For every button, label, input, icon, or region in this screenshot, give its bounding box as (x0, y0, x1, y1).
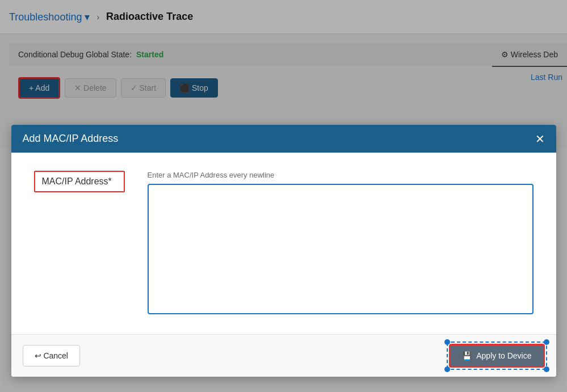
add-mac-ip-modal: Add MAC/IP Address ✕ MAC/IP Address* Ent… (11, 125, 556, 377)
save-icon: 💾 (462, 351, 472, 360)
dot-br (544, 366, 549, 372)
apply-button-wrapper: 💾 Apply to Device (449, 344, 544, 368)
modal-title: Add MAC/IP Address (23, 133, 119, 145)
field-hint: Enter a MAC/IP Address every newline (148, 171, 534, 179)
mac-ip-label: MAC/IP Address* (42, 176, 112, 186)
dot-bl (444, 366, 450, 372)
dot-tr (544, 339, 549, 345)
apply-button-label: Apply to Device (476, 351, 531, 360)
field-label-wrapper: MAC/IP Address* (34, 171, 125, 192)
apply-to-device-button[interactable]: 💾 Apply to Device (449, 344, 544, 368)
cancel-button[interactable]: ↩ Cancel (23, 345, 80, 366)
mac-ip-textarea[interactable] (148, 184, 534, 314)
dot-tl (444, 339, 450, 345)
modal-header: Add MAC/IP Address ✕ (11, 125, 556, 153)
modal-close-button[interactable]: ✕ (535, 133, 545, 145)
field-input-area: Enter a MAC/IP Address every newline (148, 171, 534, 314)
modal-body: MAC/IP Address* Enter a MAC/IP Address e… (11, 153, 556, 334)
modal-footer: ↩ Cancel 💾 Apply to Device (11, 334, 556, 377)
